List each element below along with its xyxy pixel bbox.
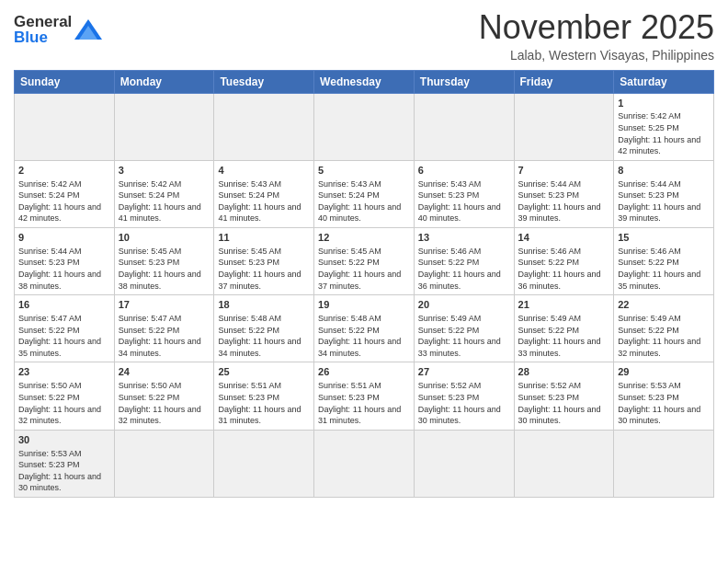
daylight-label: Daylight: 11 hours and 40 minutes. <box>418 202 501 224</box>
day-number: 15 <box>618 231 710 245</box>
sunrise-label: Sunrise: 5:43 AM <box>418 179 482 189</box>
day-info: Sunrise: 5:43 AMSunset: 5:23 PMDaylight:… <box>418 178 510 224</box>
table-row <box>414 93 514 160</box>
daylight-label: Daylight: 11 hours and 33 minutes. <box>418 337 501 358</box>
day-number: 8 <box>618 164 710 178</box>
daylight-label: Daylight: 11 hours and 31 minutes. <box>318 405 401 426</box>
daylight-label: Daylight: 11 hours and 30 minutes. <box>618 405 700 426</box>
sunrise-label: Sunrise: 5:47 AM <box>18 314 82 323</box>
daylight-label: Daylight: 11 hours and 39 minutes. <box>618 202 700 224</box>
sunrise-label: Sunrise: 5:43 AM <box>318 179 381 189</box>
calendar-week-row: 16Sunrise: 5:47 AMSunset: 5:22 PMDayligh… <box>15 295 714 362</box>
day-info: Sunrise: 5:46 AMSunset: 5:22 PMDaylight:… <box>518 246 610 292</box>
sunset-label: Sunset: 5:23 PM <box>518 393 580 402</box>
daylight-label: Daylight: 11 hours and 34 minutes. <box>218 337 301 358</box>
day-number: 27 <box>418 365 510 379</box>
sunset-label: Sunset: 5:23 PM <box>18 460 80 469</box>
daylight-label: Daylight: 11 hours and 30 minutes. <box>18 472 101 493</box>
sunset-label: Sunset: 5:22 PM <box>618 258 679 267</box>
day-number: 30 <box>18 433 110 447</box>
day-info: Sunrise: 5:51 AMSunset: 5:23 PMDaylight:… <box>218 380 310 426</box>
table-row <box>314 430 415 497</box>
sunset-label: Sunset: 5:22 PM <box>518 326 580 335</box>
table-row: 13Sunrise: 5:46 AMSunset: 5:22 PMDayligh… <box>414 228 514 295</box>
day-number: 17 <box>119 298 210 312</box>
sunset-label: Sunset: 5:24 PM <box>218 190 279 200</box>
table-row <box>514 93 614 160</box>
table-row <box>614 430 714 497</box>
day-number: 18 <box>218 298 310 312</box>
sunrise-label: Sunrise: 5:48 AM <box>218 314 281 323</box>
sunset-label: Sunset: 5:23 PM <box>218 258 279 267</box>
table-row: 21Sunrise: 5:49 AMSunset: 5:22 PMDayligh… <box>514 295 614 362</box>
day-info: Sunrise: 5:42 AMSunset: 5:24 PMDaylight:… <box>18 178 110 224</box>
table-row: 15Sunrise: 5:46 AMSunset: 5:22 PMDayligh… <box>614 228 714 295</box>
daylight-label: Daylight: 11 hours and 32 minutes. <box>618 337 700 358</box>
day-number: 5 <box>318 164 410 178</box>
sunrise-label: Sunrise: 5:44 AM <box>18 247 82 256</box>
sunrise-label: Sunrise: 5:43 AM <box>218 179 281 189</box>
daylight-label: Daylight: 11 hours and 42 minutes. <box>618 135 700 156</box>
day-number: 19 <box>318 298 410 312</box>
daylight-label: Daylight: 11 hours and 35 minutes. <box>618 270 700 291</box>
table-row <box>214 93 314 160</box>
col-saturday: Saturday <box>614 70 714 93</box>
table-row: 23Sunrise: 5:50 AMSunset: 5:22 PMDayligh… <box>15 362 115 430</box>
day-info: Sunrise: 5:52 AMSunset: 5:23 PMDaylight:… <box>518 380 610 426</box>
sunrise-label: Sunrise: 5:45 AM <box>318 247 381 256</box>
day-info: Sunrise: 5:44 AMSunset: 5:23 PMDaylight:… <box>518 178 610 224</box>
calendar-week-row: 1Sunrise: 5:42 AMSunset: 5:25 PMDaylight… <box>15 93 714 160</box>
sunrise-label: Sunrise: 5:49 AM <box>518 314 582 323</box>
title-section: November 2025 Lalab, Western Visayas, Ph… <box>479 9 714 63</box>
col-monday: Monday <box>114 70 214 93</box>
day-info: Sunrise: 5:51 AMSunset: 5:23 PMDaylight:… <box>318 380 410 426</box>
day-number: 7 <box>518 164 610 178</box>
day-number: 11 <box>218 231 310 245</box>
day-info: Sunrise: 5:53 AMSunset: 5:23 PMDaylight:… <box>618 380 710 426</box>
logo: General Blue <box>14 14 102 45</box>
table-row: 10Sunrise: 5:45 AMSunset: 5:23 PMDayligh… <box>114 228 214 295</box>
logo-blue: Blue <box>14 29 48 46</box>
day-number: 14 <box>518 231 610 245</box>
table-row <box>214 430 314 497</box>
sunrise-label: Sunrise: 5:44 AM <box>518 179 582 189</box>
table-row: 16Sunrise: 5:47 AMSunset: 5:22 PMDayligh… <box>15 295 115 362</box>
month-title: November 2025 <box>479 9 714 46</box>
header: General Blue November 2025 Lalab, Wester… <box>14 9 714 63</box>
day-info: Sunrise: 5:42 AMSunset: 5:25 PMDaylight:… <box>618 110 710 156</box>
table-row: 2Sunrise: 5:42 AMSunset: 5:24 PMDaylight… <box>15 160 115 227</box>
day-number: 12 <box>318 231 410 245</box>
table-row: 11Sunrise: 5:45 AMSunset: 5:23 PMDayligh… <box>214 228 314 295</box>
table-row: 19Sunrise: 5:48 AMSunset: 5:22 PMDayligh… <box>314 295 415 362</box>
sunset-label: Sunset: 5:23 PM <box>618 393 679 402</box>
day-info: Sunrise: 5:52 AMSunset: 5:23 PMDaylight:… <box>418 380 510 426</box>
sunrise-label: Sunrise: 5:53 AM <box>618 381 681 390</box>
day-info: Sunrise: 5:53 AMSunset: 5:23 PMDaylight:… <box>18 448 110 494</box>
day-number: 10 <box>119 231 210 245</box>
sunrise-label: Sunrise: 5:52 AM <box>418 381 482 390</box>
day-number: 29 <box>618 365 710 379</box>
col-friday: Friday <box>514 70 614 93</box>
day-number: 25 <box>218 365 310 379</box>
table-row: 25Sunrise: 5:51 AMSunset: 5:23 PMDayligh… <box>214 362 314 430</box>
sunset-label: Sunset: 5:22 PM <box>318 326 380 335</box>
table-row: 5Sunrise: 5:43 AMSunset: 5:24 PMDaylight… <box>314 160 415 227</box>
sunset-label: Sunset: 5:24 PM <box>18 190 80 200</box>
sunrise-label: Sunrise: 5:47 AM <box>119 314 182 323</box>
logo-icon <box>74 19 102 40</box>
daylight-label: Daylight: 11 hours and 31 minutes. <box>218 405 301 426</box>
sunrise-label: Sunrise: 5:45 AM <box>119 247 182 256</box>
sunset-label: Sunset: 5:23 PM <box>418 190 480 200</box>
table-row: 6Sunrise: 5:43 AMSunset: 5:23 PMDaylight… <box>414 160 514 227</box>
day-info: Sunrise: 5:44 AMSunset: 5:23 PMDaylight:… <box>18 246 110 292</box>
daylight-label: Daylight: 11 hours and 41 minutes. <box>119 202 201 224</box>
sunset-label: Sunset: 5:25 PM <box>618 123 679 132</box>
day-info: Sunrise: 5:47 AMSunset: 5:22 PMDaylight:… <box>18 313 110 359</box>
sunrise-label: Sunrise: 5:42 AM <box>618 111 681 121</box>
sunrise-label: Sunrise: 5:44 AM <box>618 179 681 189</box>
table-row <box>314 93 415 160</box>
day-number: 23 <box>18 365 110 379</box>
daylight-label: Daylight: 11 hours and 37 minutes. <box>318 270 401 291</box>
day-info: Sunrise: 5:47 AMSunset: 5:22 PMDaylight:… <box>119 313 210 359</box>
sunset-label: Sunset: 5:23 PM <box>418 393 480 402</box>
